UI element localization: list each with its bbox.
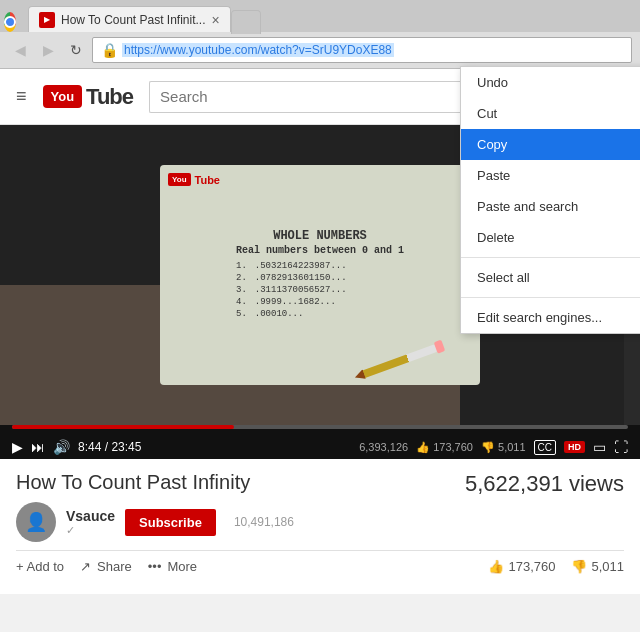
main-video-title: How To Count Past Infinity [16, 471, 250, 494]
delete-label: Delete [477, 230, 515, 245]
thumbs-down-icon: 👎 [571, 559, 587, 574]
context-menu: Undo Ctrl+Z Cut Ctrl+X Copy Ctrl+C Paste… [460, 66, 640, 334]
hw-row-1: 1..5032164223987... [236, 261, 404, 271]
controls-row: ▶ ⏭ 🔊 8:44 / 23:45 6,393,126 👍 173,760 👎… [12, 439, 628, 455]
hw-row-2: 2..0782913601150... [236, 273, 404, 283]
hw-row-5: 5..00010... [236, 309, 404, 319]
forward-button[interactable]: ▶ [36, 38, 60, 62]
view-count-video: 6,393,126 [359, 441, 408, 453]
hw-row-4: 4..9999...1682... [236, 297, 404, 307]
hamburger-menu[interactable]: ≡ [16, 86, 27, 107]
subscriber-count: 10,491,186 [234, 515, 294, 529]
chrome-icon [4, 12, 16, 32]
volume-button[interactable]: 🔊 [53, 439, 70, 455]
channel-info: Vsauce ✓ [66, 508, 115, 537]
menu-separator [461, 257, 640, 258]
lock-icon: 🔒 [101, 42, 118, 58]
browser-chrome: How To Count Past Infinit... × ◀ ▶ ↻ 🔒 h… [0, 0, 640, 69]
theater-button[interactable]: ▭ [593, 439, 606, 455]
address-text[interactable]: https://www.youtube.com/watch?v=SrU9YDoX… [122, 43, 394, 57]
yt-watermark: You Tube [168, 173, 220, 186]
context-menu-paste-search[interactable]: Paste and search [461, 191, 640, 222]
pencil-eraser [434, 340, 446, 354]
progress-bar[interactable] [12, 425, 628, 429]
context-menu-cut[interactable]: Cut Ctrl+X [461, 98, 640, 129]
hw-row-3: 3..3111370056527... [236, 285, 404, 295]
youtube-logo[interactable]: You Tube [43, 84, 134, 110]
time-display: 8:44 / 23:45 [78, 440, 141, 454]
action-row: + Add to ↗ Share ••• More 👍 173,760 👎 5,… [16, 550, 624, 582]
paste-search-label: Paste and search [477, 199, 578, 214]
back-button[interactable]: ◀ [8, 38, 32, 62]
view-count-large: 5,622,391 views [250, 471, 624, 497]
more-dots-icon: ••• [148, 559, 162, 574]
channel-name[interactable]: Vsauce [66, 508, 115, 524]
title-views-row: How To Count Past Infinity 5,622,391 vie… [16, 471, 624, 502]
share-button[interactable]: ↗ Share [80, 559, 132, 574]
tab-close-button[interactable]: × [212, 12, 220, 28]
menu-separator-2 [461, 297, 640, 298]
fullscreen-button[interactable]: ⛶ [614, 439, 628, 455]
tab-title: How To Count Past Infinit... [61, 13, 206, 27]
dislike-button[interactable]: 👎 5,011 [571, 559, 624, 574]
new-tab-button[interactable] [231, 10, 261, 34]
video-controls: ▶ ⏭ 🔊 8:44 / 23:45 6,393,126 👍 173,760 👎… [0, 435, 640, 459]
subscribe-button[interactable]: Subscribe [125, 509, 216, 536]
yt-logo-icon: You [43, 85, 83, 108]
select-all-label: Select all [477, 270, 530, 285]
more-button[interactable]: ••• More [148, 559, 197, 574]
cc-button[interactable]: CC [534, 440, 556, 455]
handwriting-paper: You Tube WHOLE NUMBERS Real numbers betw… [160, 165, 480, 385]
thumbs-up-icon: 👍 [488, 559, 504, 574]
nav-bar: ◀ ▶ ↻ 🔒 https://www.youtube.com/watch?v=… [0, 32, 640, 68]
channel-row: 👤 Vsauce ✓ Subscribe 10,491,186 [16, 502, 624, 542]
like-button[interactable]: 👍 173,760 [488, 559, 555, 574]
active-tab[interactable]: How To Count Past Infinit... × [28, 6, 231, 32]
reload-button[interactable]: ↻ [64, 38, 88, 62]
yt-wm-text: Tube [195, 174, 220, 186]
paste-label: Paste [477, 168, 510, 183]
context-menu-select-all[interactable]: Select all Ctrl+A [461, 262, 640, 293]
verified-badge: ✓ [66, 524, 115, 537]
play-button[interactable]: ▶ [12, 439, 23, 455]
add-to-button[interactable]: + Add to [16, 559, 64, 574]
hw-content: WHOLE NUMBERS Real numbers between 0 and… [226, 219, 414, 331]
context-menu-undo[interactable]: Undo Ctrl+Z [461, 67, 640, 98]
tab-bar: How To Count Past Infinit... × [0, 0, 640, 32]
edit-engines-label: Edit search engines... [477, 310, 602, 325]
progress-fill [12, 425, 234, 429]
yt-wm-icon: You [168, 173, 191, 186]
channel-avatar: 👤 [16, 502, 56, 542]
undo-label: Undo [477, 75, 508, 90]
next-button[interactable]: ⏭ [31, 439, 45, 455]
yt-logo-text: Tube [86, 84, 133, 110]
context-menu-edit-engines[interactable]: Edit search engines... [461, 302, 640, 333]
context-menu-delete[interactable]: Delete [461, 222, 640, 253]
cut-label: Cut [477, 106, 497, 121]
copy-label: Copy [477, 137, 507, 152]
context-menu-paste[interactable]: Paste Ctrl+V [461, 160, 640, 191]
address-bar-container[interactable]: 🔒 https://www.youtube.com/watch?v=SrU9YD… [92, 37, 632, 63]
progress-container[interactable] [0, 425, 640, 435]
hd-button[interactable]: HD [564, 441, 585, 453]
like-area: 👍 173,760 👎 5,011 [416, 441, 525, 454]
context-menu-copy[interactable]: Copy Ctrl+C [461, 129, 640, 160]
chrome-logo [4, 12, 24, 32]
video-meta: How To Count Past Infinity 5,622,391 vie… [0, 459, 640, 594]
pencil [361, 344, 439, 379]
hw-title: WHOLE NUMBERS Real numbers between 0 and… [236, 229, 404, 257]
share-icon: ↗ [80, 559, 91, 574]
tab-favicon [39, 12, 55, 28]
